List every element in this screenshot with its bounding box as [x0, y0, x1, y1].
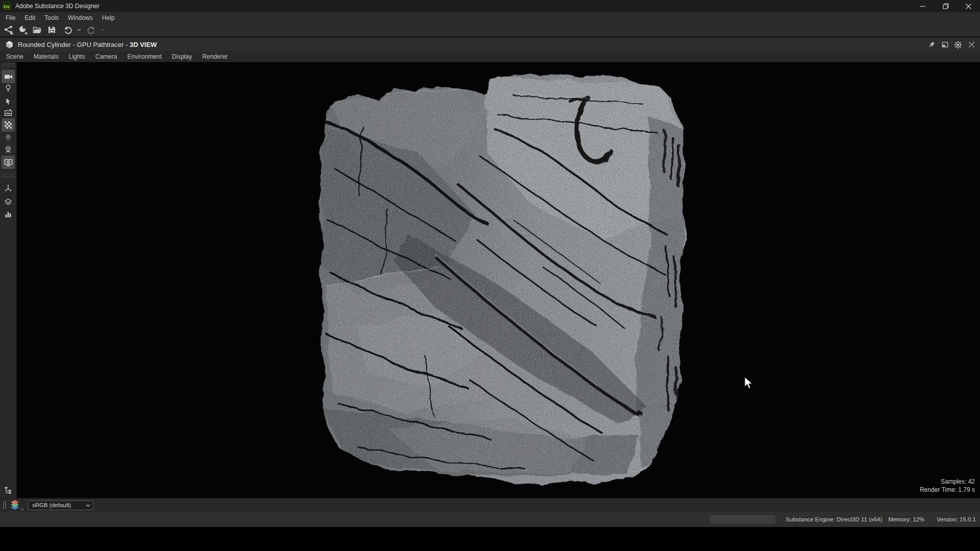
undo-button[interactable]: [61, 24, 75, 36]
dock-icon: [941, 41, 949, 48]
version-label: Version: 15.0.1: [937, 516, 976, 522]
menu-file[interactable]: File: [1, 13, 20, 23]
layers-diamond-icon: [4, 198, 12, 206]
window-title: Adobe Substance 3D Designer: [15, 3, 100, 10]
menu-bar: File Edit Tools Windows Help: [0, 12, 980, 23]
drag-handle[interactable]: [3, 501, 6, 509]
scene-tree-icon: [4, 486, 12, 494]
restore-button[interactable]: [934, 0, 957, 12]
video-camera-icon: [4, 72, 13, 81]
environment-image-tool-button[interactable]: [2, 106, 15, 119]
menu-help[interactable]: Help: [97, 13, 119, 23]
environment-image-icon: [4, 109, 12, 117]
pin-icon: [928, 41, 936, 48]
new-package-button[interactable]: [16, 24, 30, 36]
histogram-icon: [4, 210, 12, 218]
close-icon: [966, 4, 971, 9]
pointer-arrow-icon: [4, 97, 12, 106]
material-tool-button[interactable]: [2, 118, 15, 132]
open-button[interactable]: [31, 24, 44, 36]
toolbar: [0, 23, 980, 36]
rock-render: [17, 62, 980, 498]
material-checker-icon: [4, 121, 12, 129]
panel-title-prefix: Rounded Cylinder - GPU Pathtracer -: [18, 41, 130, 48]
panel-actions: [925, 38, 978, 52]
light-tool-button[interactable]: [2, 82, 15, 95]
new-graph-icon: [4, 25, 14, 35]
scene-tree-tool-button[interactable]: [2, 484, 15, 497]
focus-icon: [954, 41, 962, 49]
redo-button[interactable]: [85, 24, 98, 36]
render-time-label: Render Time: 1.79 s: [920, 486, 975, 494]
open-folder-icon: [33, 26, 42, 34]
view-menu-display[interactable]: Display: [167, 52, 197, 61]
render-stats: Samples: 42 Render Time: 1.79 s: [920, 478, 975, 494]
panel-header-3d-view[interactable]: Rounded Cylinder - GPU Pathtracer - 3D V…: [0, 38, 980, 52]
color-profile-value: sRGB (default): [32, 502, 71, 508]
viewport-3d[interactable]: Samples: 42 Render Time: 1.79 s: [17, 62, 980, 498]
color-layers-button[interactable]: [10, 499, 24, 511]
menu-edit[interactable]: Edit: [20, 13, 40, 23]
cube-3d-icon: [5, 40, 14, 49]
redo-options-chevron-icon: [101, 29, 105, 31]
view-menu-materials[interactable]: Materials: [29, 52, 64, 61]
menu-tools[interactable]: Tools: [40, 13, 63, 23]
main-area: Samples: 42 Render Time: 1.79 s: [0, 62, 980, 498]
close-icon: [968, 41, 975, 48]
samples-label: Samples: 42: [920, 478, 975, 486]
mouse-cursor: [744, 377, 754, 391]
close-panel-button[interactable]: [965, 39, 978, 51]
viewport-toolbar: [0, 62, 17, 498]
engine-label: Substance Engine: Direct3D 11 (x64): [786, 516, 882, 522]
separator: [2, 177, 15, 177]
chevron-down-icon: [86, 504, 90, 507]
webcam-tool-button[interactable]: [2, 143, 15, 156]
view-menu-renderer[interactable]: Renderer: [197, 52, 233, 61]
axis-gizmo-icon: [4, 184, 12, 192]
app-logo-icon: Ds: [3, 2, 11, 10]
view-menu-camera[interactable]: Camera: [90, 52, 122, 61]
memory-label: Memory: 12%: [888, 516, 924, 522]
undo-options-chevron-icon: [77, 29, 81, 31]
sphere-icon: [4, 133, 12, 141]
color-profile-dropdown[interactable]: sRGB (default): [28, 500, 93, 510]
layers-tool-button[interactable]: [2, 195, 15, 209]
menu-windows[interactable]: Windows: [63, 13, 97, 23]
redo-options-button[interactable]: [99, 24, 106, 36]
light-bulb-icon: [4, 84, 12, 92]
minimize-button[interactable]: [911, 0, 934, 12]
view-menu-environment[interactable]: Environment: [122, 52, 166, 61]
progress-bar: [710, 515, 775, 523]
display-settings-tool-button[interactable]: [2, 156, 15, 169]
bottom-strip: [0, 527, 980, 551]
gizmo-tool-button[interactable]: [2, 181, 15, 194]
separator: [2, 174, 15, 175]
panel-title: Rounded Cylinder - GPU Pathtracer - 3D V…: [18, 41, 157, 48]
separator: [2, 64, 15, 64]
focus-panel-button[interactable]: [951, 39, 965, 51]
chevron-down-icon: [20, 508, 24, 511]
close-button[interactable]: [957, 0, 980, 12]
undo-options-button[interactable]: [76, 24, 83, 36]
panel-title-bold: 3D VIEW: [130, 41, 157, 48]
view-menu-lights[interactable]: Lights: [64, 52, 90, 61]
save-button[interactable]: [45, 24, 58, 36]
dock-panel-button[interactable]: [938, 39, 951, 51]
minimize-icon: [920, 4, 925, 9]
view-menu-bar: Scene Materials Lights Camera Environmen…: [0, 52, 980, 62]
sphere-tool-button[interactable]: [2, 131, 15, 144]
undo-icon: [63, 26, 72, 34]
title-bar: Ds Adobe Substance 3D Designer: [0, 0, 980, 12]
separator: [2, 66, 15, 66]
view-menu-scene[interactable]: Scene: [1, 52, 29, 61]
restore-icon: [943, 3, 949, 9]
display-gear-icon: [4, 158, 13, 167]
new-package-icon: [18, 25, 28, 35]
redo-icon: [87, 26, 96, 34]
status-bar: Substance Engine: Direct3D 11 (x64) Memo…: [0, 512, 980, 527]
pin-panel-button[interactable]: [925, 39, 938, 51]
color-layers-icon: [10, 499, 20, 511]
save-icon: [47, 26, 56, 34]
new-graph-button[interactable]: [2, 24, 15, 36]
histogram-tool-button[interactable]: [2, 208, 15, 221]
